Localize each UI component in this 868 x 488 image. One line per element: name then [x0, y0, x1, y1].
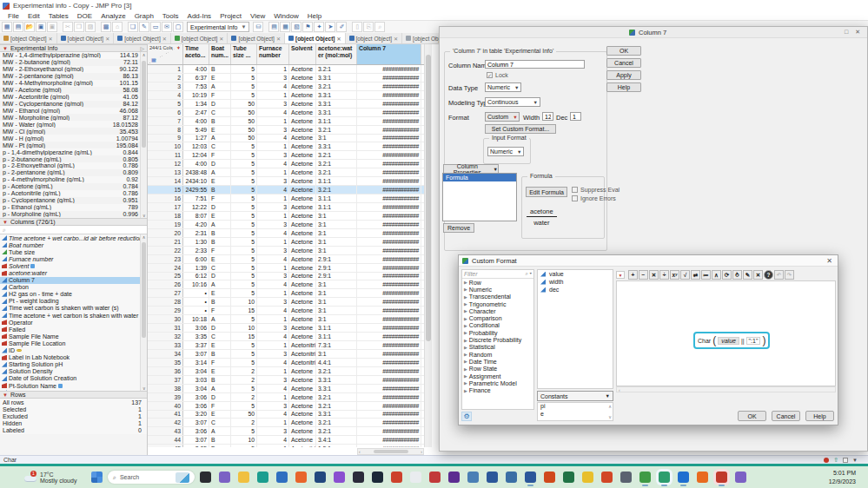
tube-cell[interactable]: 5 [231, 168, 257, 176]
ignore-errors-checkbox[interactable]: Ignore Errors [572, 195, 616, 201]
solvent-cell[interactable]: Acetonitrile [289, 445, 316, 447]
column7-cell[interactable]: ############ [357, 298, 421, 306]
expand-arrow-icon[interactable]: ▶ [464, 280, 467, 285]
boat-cell[interactable]: F [209, 247, 231, 254]
expand-arrow-icon[interactable]: ▶ [464, 366, 467, 372]
tab-close-icon[interactable]: ✕ [219, 36, 223, 42]
solvent-cell[interactable]: Acetonitrile [289, 341, 316, 349]
solvent-cell[interactable]: Acetone [289, 315, 316, 323]
solvent-cell[interactable]: Acetone [289, 186, 316, 194]
column-name-input[interactable] [485, 60, 585, 69]
solvent-cell[interactable]: Acetone [289, 436, 316, 444]
ratio-cell[interactable]: 3:1 [316, 307, 357, 314]
search-tool-icon[interactable]: ⌕ [374, 22, 385, 32]
boat-cell[interactable]: E [209, 212, 231, 220]
exp-info-row[interactable]: p - Ethanol (g/mL) 789 [0, 204, 147, 211]
table-row[interactable]: 7 4:00 B 50 1 Acetone 3.1:1 ############ [148, 117, 432, 126]
row-number-cell[interactable]: 24 [148, 264, 183, 272]
window-box-icon[interactable] [843, 458, 848, 463]
taskbar-app-icon[interactable] [601, 472, 613, 483]
suppress-eval-checkbox[interactable]: Suppress Eval [572, 187, 620, 193]
row-number-cell[interactable]: 11 [148, 151, 183, 159]
column-header[interactable]: Time aceto... [183, 44, 209, 64]
table-row[interactable]: 37 3:03 B 2 3 Acetone 3.3:1 ############ [148, 376, 432, 385]
hierarchy-icon[interactable]: ⛁ [253, 22, 263, 32]
column-list-item[interactable]: Boat number [0, 241, 147, 248]
taskbar-app-icon[interactable] [353, 472, 364, 483]
boat-cell[interactable]: B [209, 186, 231, 194]
furnace-cell[interactable]: 1 [257, 393, 289, 401]
column7-cell[interactable]: ############ [357, 203, 421, 211]
exp-info-row[interactable]: MW - 2-pentanone (g/mol) 86.13 [0, 73, 147, 80]
taskbar-search[interactable]: ⌕ Search [108, 471, 195, 484]
column-list-item[interactable]: Sample File Name [0, 333, 147, 340]
row-number-cell[interactable]: 19 [148, 221, 183, 228]
menu-item[interactable]: Graph [130, 12, 158, 20]
tube-cell[interactable]: 5 [231, 359, 257, 366]
ratio-cell[interactable]: 3.3:1 [316, 142, 357, 150]
column-list-item[interactable]: Time acetone + wet carbo...id air before… [0, 234, 147, 241]
taskbar-app-icon[interactable] [219, 472, 230, 483]
formula-tool-icon[interactable]: ⇄ [691, 270, 700, 280]
tube-cell[interactable]: 2 [231, 367, 257, 375]
column-header[interactable]: Boat num... [209, 44, 231, 64]
ratio-cell[interactable]: 4.4:1 [316, 359, 357, 366]
journal-icon[interactable]: ✎ [139, 22, 149, 32]
column-list-item[interactable]: acetone:water [0, 269, 147, 276]
table-selector-combo[interactable]: Experimental Info ▼ [187, 22, 249, 32]
function-category[interactable]: ▶ Numeric [462, 286, 533, 293]
ratio-cell[interactable]: 3.2:1 [316, 427, 357, 435]
solvent-cell[interactable]: Acetone [289, 238, 316, 246]
tab-close-icon[interactable]: ✕ [336, 36, 341, 42]
boat-cell[interactable]: D [209, 445, 231, 447]
furnace-cell[interactable]: 3 [257, 324, 289, 332]
function-category[interactable]: ▶ Conditional [462, 322, 533, 329]
formula-expression[interactable]: Char ( value || ":1" ) [693, 332, 770, 349]
table-row[interactable]: 16 7:51 F 5 1 Acetone 3.1:1 ############ [148, 195, 432, 203]
column7-cell[interactable]: ############ [357, 151, 421, 159]
menu-item[interactable]: Edit [23, 12, 44, 20]
solvent-cell[interactable]: Acetone [289, 298, 316, 306]
tube-cell[interactable]: 10 [231, 436, 257, 444]
exp-info-row[interactable]: p - 2-pentanone (g/mL) 0.809 [0, 169, 147, 176]
column7-cell[interactable]: ############ [357, 359, 421, 366]
tube-cell[interactable]: 5 [231, 273, 257, 280]
ratio-cell[interactable]: 3.2:1 [316, 186, 357, 194]
ratio-cell[interactable]: 3.3:1 [316, 91, 357, 99]
boat-cell[interactable]: F [209, 151, 231, 159]
boat-cell[interactable]: E [209, 177, 231, 185]
tube-cell[interactable]: 5 [231, 315, 257, 323]
menu-item[interactable]: File [3, 12, 23, 20]
time-cell[interactable]: 3:04 [183, 367, 209, 375]
row-number-cell[interactable]: 20 [148, 229, 183, 237]
table-row[interactable]: 28 • B 10 3 Acetone 3:1 ############ [148, 298, 432, 307]
boat-cell[interactable]: C [209, 142, 231, 150]
boat-cell[interactable]: B [209, 65, 231, 73]
function-category[interactable]: ▶ Comparison [462, 314, 533, 321]
table-corner-cell[interactable]: 244/1 Cols ▼ ▦ [148, 44, 183, 64]
tube-cell[interactable]: 5 [231, 177, 257, 185]
time-cell[interactable]: 1:27 [183, 135, 209, 142]
column7-cell[interactable]: ############ [357, 307, 421, 314]
tube-cell[interactable]: 50 [231, 411, 257, 419]
furnace-cell[interactable]: 3 [257, 221, 289, 228]
furnace-cell[interactable]: 3 [257, 151, 289, 159]
solvent-cell[interactable]: Acetone [289, 168, 316, 176]
table-row[interactable]: 20 2:31 B 5 4 Acetone 3:1 ############ [148, 229, 432, 238]
tube-cell[interactable]: 10 [231, 298, 257, 306]
boat-cell[interactable]: C [209, 333, 231, 340]
formula-canvas[interactable]: Char ( value || ":1" ) [616, 280, 836, 386]
column7-cell[interactable]: ############ [357, 385, 421, 392]
column7-cell[interactable]: ############ [357, 142, 421, 150]
row-number-cell[interactable]: 37 [148, 376, 183, 384]
selector-icon[interactable]: ▩ [101, 22, 111, 32]
furnace-cell[interactable]: 4 [257, 307, 289, 314]
row-number-cell[interactable]: 29 [148, 307, 183, 314]
expand-arrow-icon[interactable]: ▶ [464, 352, 467, 357]
formula-tool-icon[interactable]: ⥁ [732, 270, 742, 280]
exp-info-row[interactable]: MW - Cyclopentanone (g/mol) 84.12 [0, 101, 147, 108]
solvent-cell[interactable]: Acetone [289, 203, 316, 211]
column7-cell[interactable]: ############ [357, 402, 421, 410]
column-list-item[interactable]: Time acetone + wet carbon is shaken with… [0, 312, 147, 319]
taskbar-app-icon[interactable] [735, 472, 746, 483]
